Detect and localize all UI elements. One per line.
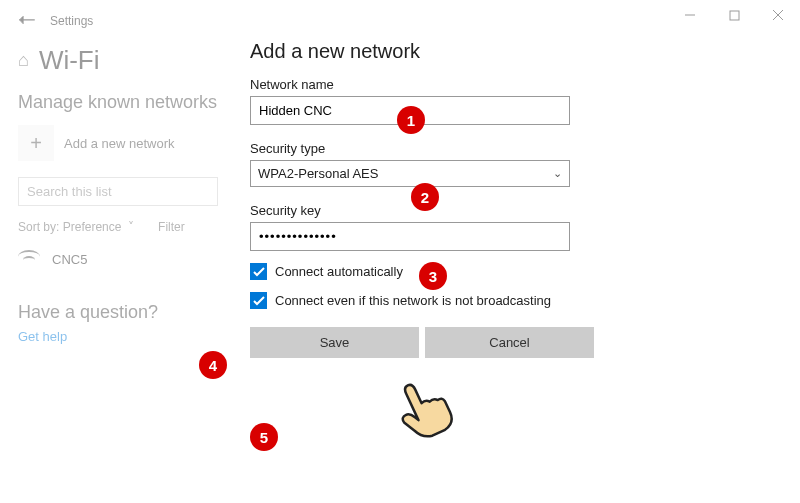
annotation-2: 2 (411, 183, 439, 211)
security-type-label: Security type (250, 141, 594, 156)
security-type-value: WPA2-Personal AES (258, 166, 378, 181)
window-controls (668, 0, 800, 30)
app-title: Settings (50, 14, 93, 28)
pointing-hand-icon (386, 374, 456, 444)
connect-auto-label: Connect automatically (275, 264, 403, 279)
annotation-5: 5 (250, 423, 278, 451)
security-key-input[interactable] (250, 222, 570, 251)
minimize-button[interactable] (668, 0, 712, 30)
svg-rect-1 (730, 11, 739, 20)
maximize-button[interactable] (712, 0, 756, 30)
plus-icon: + (18, 125, 54, 161)
modal-title: Add a new network (250, 40, 594, 63)
sort-control[interactable]: Sort by: Preference ˅ (18, 220, 134, 234)
network-name-label: Network name (250, 77, 594, 92)
annotation-3: 3 (419, 262, 447, 290)
annotation-1: 1 (397, 106, 425, 134)
security-type-select[interactable]: WPA2-Personal AES ⌄ (250, 160, 570, 187)
search-input[interactable]: Search this list (18, 177, 218, 206)
connect-hidden-label: Connect even if this network is not broa… (275, 293, 551, 308)
checkbox-checked-icon (250, 292, 267, 309)
home-icon: ⌂ (18, 50, 29, 71)
page-title: Wi-Fi (39, 45, 100, 76)
back-icon[interactable]: 🠐 (18, 10, 36, 31)
modal-button-row: Save Cancel (250, 327, 594, 358)
wifi-icon (18, 250, 40, 268)
checkbox-checked-icon (250, 263, 267, 280)
network-name: CNC5 (52, 252, 87, 267)
save-button[interactable]: Save (250, 327, 419, 358)
filter-control[interactable]: Filter (158, 220, 185, 234)
connect-hidden-checkbox[interactable]: Connect even if this network is not broa… (250, 292, 594, 309)
cancel-button[interactable]: Cancel (425, 327, 594, 358)
chevron-down-icon: ⌄ (553, 167, 562, 180)
annotation-4: 4 (199, 351, 227, 379)
close-button[interactable] (756, 0, 800, 30)
add-network-label: Add a new network (64, 136, 175, 151)
